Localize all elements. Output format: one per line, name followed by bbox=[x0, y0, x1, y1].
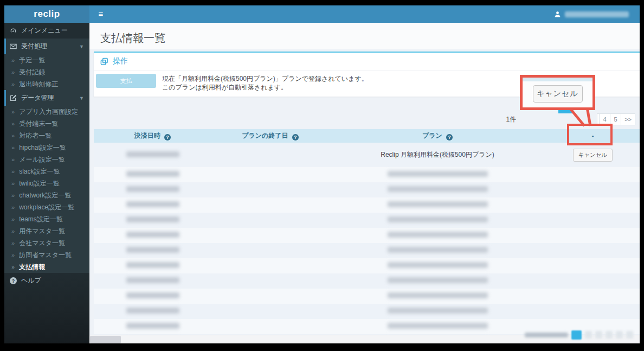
page-button-redacted[interactable] bbox=[585, 331, 592, 339]
sidebar-item[interactable]: »会社マスタ一覧 bbox=[4, 237, 89, 249]
page-button[interactable]: 4 bbox=[599, 113, 610, 125]
pagination-bottom-redacted bbox=[525, 329, 633, 340]
double-angle-icon: » bbox=[11, 144, 15, 151]
plan-name-redacted bbox=[329, 182, 546, 197]
column-header: プランの終了日 ? bbox=[211, 129, 329, 143]
plan-name-redacted bbox=[329, 197, 546, 213]
double-angle-icon: » bbox=[11, 204, 15, 210]
double-angle-icon: » bbox=[11, 228, 15, 234]
scrollbar-thumb[interactable] bbox=[90, 336, 121, 343]
cancel-button[interactable]: キャンセル bbox=[573, 149, 613, 162]
sidebar-item[interactable]: »受付端末一覧 bbox=[4, 118, 89, 130]
page-button-redacted[interactable] bbox=[606, 331, 613, 339]
sidebar-item[interactable]: »workplace設定一覧 bbox=[4, 201, 89, 213]
active-page-button-redacted[interactable] bbox=[571, 330, 582, 340]
user-name-redacted bbox=[565, 11, 629, 17]
user-menu[interactable] bbox=[543, 5, 640, 23]
table-row-redacted bbox=[94, 182, 640, 197]
sidebar-item[interactable]: »退出時刻修正 bbox=[4, 78, 89, 90]
main-content: 支払情報一覧 操作 支払 現在「月額利用料金(税抜500円プラン)」プランで登録… bbox=[89, 23, 640, 343]
sidebar-toggle-icon[interactable]: ≡ bbox=[89, 5, 112, 23]
double-angle-icon: » bbox=[11, 81, 15, 87]
page-button[interactable]: >> bbox=[621, 113, 635, 125]
plan-name-redacted bbox=[329, 273, 546, 289]
double-angle-icon: » bbox=[11, 180, 15, 187]
plan-name-redacted bbox=[329, 167, 546, 182]
table-row: Reclip 月額利用料金(税抜500円プラン)キャンセル bbox=[94, 143, 640, 167]
brand-logo[interactable]: reclip bbox=[4, 5, 89, 23]
help-icon[interactable]: ? bbox=[292, 134, 299, 141]
plan-message-line2: このプランは利用料が自動引落されます。 bbox=[162, 83, 368, 92]
page-button[interactable]: 5 bbox=[610, 113, 621, 125]
column-header: プラン ? bbox=[329, 129, 546, 143]
sidebar-item[interactable]: »hipchat設定一覧 bbox=[4, 142, 89, 154]
user-icon bbox=[554, 11, 561, 18]
sidebar-item[interactable]: »用件マスタ一覧 bbox=[4, 225, 89, 237]
payment-datetime-redacted bbox=[94, 243, 211, 258]
sidebar-item-label: hipchat設定一覧 bbox=[19, 143, 66, 152]
sidebar-item[interactable]: »予定一覧 bbox=[4, 54, 89, 66]
action-cell bbox=[546, 289, 640, 304]
double-angle-icon: » bbox=[11, 240, 15, 246]
panel-header: 操作 bbox=[94, 53, 640, 71]
sidebar-item[interactable]: »受付記録 bbox=[4, 66, 89, 78]
sidebar-group[interactable]: 受付処理▼ bbox=[4, 39, 89, 54]
action-cell bbox=[546, 197, 640, 213]
plan-name-redacted bbox=[329, 289, 546, 304]
sidebar-item[interactable]: »メール設定一覧 bbox=[4, 154, 89, 165]
action-cell bbox=[546, 167, 640, 182]
sidebar-item[interactable]: »teams設定一覧 bbox=[4, 213, 89, 225]
sidebar-item-label: workplace設定一覧 bbox=[19, 203, 74, 212]
cancel-button-magnified[interactable]: キャンセル bbox=[533, 85, 583, 103]
payment-datetime-redacted bbox=[94, 228, 211, 243]
double-angle-icon: » bbox=[11, 132, 15, 139]
action-cell: キャンセル bbox=[546, 143, 640, 167]
payment-datetime-redacted bbox=[94, 182, 211, 197]
sidebar-item[interactable]: メインメニュー bbox=[4, 23, 89, 39]
sidebar-item[interactable]: »slack設定一覧 bbox=[4, 165, 89, 177]
active-page-fragment bbox=[558, 110, 573, 113]
table-row-redacted bbox=[94, 243, 640, 258]
sidebar-item-active[interactable]: »支払情報 bbox=[4, 261, 89, 273]
double-angle-icon: » bbox=[11, 109, 15, 115]
sidebar-item[interactable]: ?ヘルプ bbox=[4, 273, 89, 289]
sidebar-item[interactable]: »chatwork設定一覧 bbox=[4, 189, 89, 201]
table-row-redacted bbox=[94, 273, 640, 289]
double-angle-icon: » bbox=[11, 264, 15, 270]
pay-button[interactable]: 支払 bbox=[96, 74, 156, 88]
navbar: ≡ bbox=[89, 5, 640, 23]
topbar: reclip ≡ bbox=[4, 5, 640, 23]
double-angle-icon: » bbox=[11, 156, 15, 163]
double-angle-icon: » bbox=[11, 216, 15, 222]
help-icon[interactable]: ? bbox=[164, 134, 171, 141]
plan-name-redacted bbox=[329, 304, 546, 319]
sidebar-item-label: 用件マスタ一覧 bbox=[19, 227, 65, 236]
plan-end-date bbox=[211, 319, 329, 334]
help-icon[interactable]: ? bbox=[446, 134, 453, 141]
panel-title: 操作 bbox=[113, 56, 128, 66]
sidebar-item-label: chatwork設定一覧 bbox=[19, 191, 71, 200]
page-button-redacted[interactable] bbox=[626, 331, 633, 339]
plan-name: Reclip 月額利用料金(税抜500円プラン) bbox=[329, 143, 546, 167]
sidebar-item[interactable]: »対応者一覧 bbox=[4, 130, 89, 142]
gauge-icon bbox=[10, 27, 17, 34]
table-row-redacted bbox=[94, 197, 640, 213]
page-button-redacted[interactable] bbox=[595, 331, 602, 339]
plan-end-date bbox=[211, 182, 329, 197]
payment-datetime-redacted bbox=[94, 213, 211, 228]
result-count-redacted bbox=[525, 333, 568, 337]
sidebar-group[interactable]: データ管理▼ bbox=[4, 90, 89, 106]
app-window: reclip ≡ メインメニュー受付処理▼»予定一覧»受付記録»退出時刻修正デー… bbox=[4, 5, 640, 343]
sidebar-item[interactable]: »twilio設定一覧 bbox=[4, 177, 89, 189]
question-icon: ? bbox=[10, 277, 17, 284]
chevron-down-icon: ▼ bbox=[79, 44, 84, 49]
column-header: 決済日時 ? bbox=[94, 129, 211, 143]
sidebar-item[interactable]: »アプリ入力画面設定 bbox=[4, 106, 89, 118]
sidebar-item-label: 会社マスタ一覧 bbox=[19, 239, 65, 248]
edit-icon bbox=[10, 94, 17, 101]
sidebar-item[interactable]: »訪問者マスタ一覧 bbox=[4, 249, 89, 261]
page-button-redacted[interactable] bbox=[616, 331, 623, 339]
double-angle-icon: » bbox=[11, 120, 15, 127]
payment-datetime-redacted bbox=[94, 319, 211, 334]
sidebar-item-label: データ管理 bbox=[21, 93, 54, 103]
